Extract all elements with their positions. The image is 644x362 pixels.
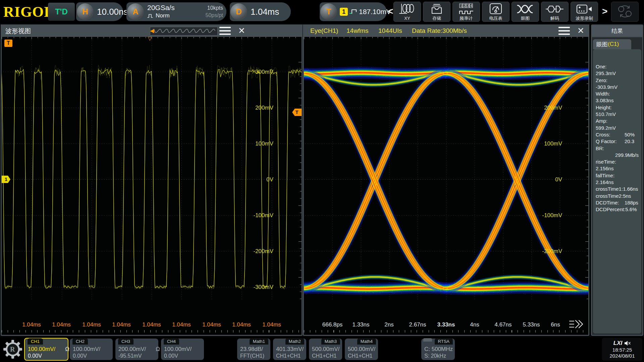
toolbar-button-decode[interactable]: 解码	[541, 2, 569, 22]
eye-vlabel-100: 100mV	[539, 140, 562, 147]
eye-tlabel-2: 1.33ns	[352, 321, 369, 328]
delay-button[interactable]: D 1.04ms	[230, 2, 291, 21]
eye-panel-header: Eye(CH1) 14wfms 1044UIs Data Rate:300Mb/…	[303, 24, 589, 37]
eye-diagram-graticule[interactable]	[304, 37, 588, 314]
results-body: 眼图(C1) One:295.3mV Zero:-303.9mV Width:3…	[592, 37, 642, 335]
wave-tlabel-7: 1.04ms	[202, 321, 221, 328]
acq-mode: Norm	[156, 12, 170, 20]
impedance-symbol: Ω	[65, 346, 69, 353]
eye-diagram-icon	[517, 2, 534, 16]
eye-tlabel-8: 5.33ns	[523, 321, 540, 328]
results-tab-label: 眼图	[596, 41, 608, 48]
wave-tlabel-6: 1.04ms	[172, 321, 191, 328]
rtsa-tab: RTSA	[435, 338, 453, 345]
result-row: Zero:-303.9mV	[596, 77, 641, 91]
eye-tlabel-7: 4.67ns	[494, 321, 512, 328]
timebase-overview-minimap[interactable]: ◀	[150, 27, 218, 36]
toolbar-button-xy[interactable]: XY	[393, 2, 421, 22]
storage-icon	[429, 2, 444, 16]
acquisition-button[interactable]: A 20GSa/s Norm 10kpts 50ps/pt	[126, 2, 226, 21]
rigol-gear-logo[interactable]: R	[3, 340, 22, 359]
trigger-status-button[interactable]: T'D	[48, 3, 75, 21]
result-row: Height:510.7mV	[596, 104, 641, 118]
svg-text:R: R	[10, 346, 15, 353]
system-status-box[interactable]: LXI 18:57:25 2024/08/01	[602, 338, 642, 361]
results-tab-eye[interactable]: 眼图(C1)	[593, 39, 631, 49]
results-tab-channel: (C1)	[608, 41, 619, 48]
eye-title: Eye(CH1)	[310, 27, 338, 35]
waveform-close-button[interactable]: ✕	[238, 26, 245, 35]
result-row: DCDTime:188ps	[596, 199, 641, 206]
svg-text:1: 1	[460, 4, 462, 8]
frequency-counter-icon: 1 2 3 4	[458, 2, 475, 16]
oscilloscope-screen: RIGOL T'D H 10.00ns/ A 20GSa/s Norm 10kp…	[0, 0, 644, 362]
channel-box-ch4[interactable]: CH4 100.00mV/ 0.00V	[161, 339, 204, 360]
waveform-record-icon	[576, 2, 593, 16]
waveform-graticule[interactable]	[2, 37, 302, 314]
wave-vlabel-m200: -200mV	[250, 248, 273, 255]
wave-vlabel-m300: -300mV	[250, 284, 273, 291]
toolbar-button-storage[interactable]: 存储	[423, 2, 450, 22]
ch4-tab: CH4	[164, 338, 179, 345]
wave-vlabel-100: 100mV	[250, 140, 273, 147]
wave-vlabel-300: 300mV	[250, 69, 273, 75]
result-row: BR:299.9Mb/s	[596, 145, 641, 152]
eye-diagram-panel: Eye(CH1) 14wfms 1044UIs Data Rate:300Mb/…	[303, 24, 589, 336]
wave-tlabel-9: 1.04ms	[262, 321, 281, 328]
toolbar-button-counter[interactable]: 1 2 3 4 频率计	[452, 2, 480, 22]
wave-vlabel-0: 0V	[250, 176, 273, 183]
d-knob[interactable]: D	[230, 3, 247, 20]
eye-vlabel-m200: -200mV	[539, 248, 562, 255]
delay-value: 1.04ms	[251, 2, 279, 21]
trigger-position-marker[interactable]: ▽	[148, 36, 152, 42]
trigger-button[interactable]: T 1 187.10mV N	[320, 2, 387, 21]
toolbar-button-upgrade-disabled	[611, 2, 639, 22]
eye-close-button[interactable]: ✕	[577, 26, 584, 35]
channel-box-ch1[interactable]: CH1 100.00mV/ Ω 0.00V	[24, 338, 68, 361]
horizontal-timebase-button[interactable]: H 10.00ns/	[76, 2, 123, 21]
eye-vlabel-200: 200mV	[539, 105, 562, 111]
toolbar-scroll-right[interactable]: >	[602, 6, 607, 17]
bottom-status-bar: R CH1 100.00mV/ Ω 0.00V CH2 100.00mV/ 0.…	[0, 337, 644, 362]
h-knob[interactable]: H	[77, 3, 94, 20]
toolbar-scroll-left[interactable]: <	[388, 6, 393, 17]
speaker-muted-icon[interactable]	[624, 341, 631, 346]
eye-axis-menu-icon[interactable]	[569, 319, 584, 329]
minimap-left-arrow-icon[interactable]: ◀	[150, 27, 154, 34]
waveform-menu-button[interactable]	[219, 27, 231, 35]
ch3-tab: CH3	[118, 338, 133, 345]
rtsa-box[interactable]: RTSA C: 500MHz S: 20kHz	[421, 339, 455, 360]
rigol-logo: RIGOL	[3, 3, 54, 20]
math-box-math1[interactable]: Math1 23.98dB/ FFT(CH1)	[237, 339, 270, 360]
math-box-math4[interactable]: Math4 500.00mV/ CH1+CH1	[345, 339, 378, 360]
math-box-math2[interactable]: Math2 401.33mV/ CH1+CH1	[273, 339, 306, 360]
lxi-logo: LXI	[613, 340, 622, 347]
rising-edge-icon	[349, 8, 357, 15]
rtsa-notch	[423, 338, 432, 342]
toolbar-button-voltmeter[interactable]: 电压表	[482, 2, 509, 22]
eye-time-axis: 666.8ps 1.33ns 2ns 2.67ns 3.33ns 4ns 4.6…	[304, 314, 588, 335]
channel-box-ch2[interactable]: CH2 100.00mV/ 0.00V	[70, 339, 113, 360]
eye-ui-count: 1044UIs	[378, 27, 402, 35]
wave-tlabel-2: 1.04ms	[52, 321, 71, 328]
svg-text:2: 2	[464, 4, 466, 8]
voltmeter-icon	[489, 2, 503, 16]
eye-tlabel-1: 666.8ps	[322, 321, 343, 328]
trigger-source-badge: 1	[340, 8, 348, 16]
t-knob[interactable]: T	[320, 3, 337, 20]
results-sidebar: 结果 眼图(C1) One:295.3mV Zero:-303.9mV Widt…	[591, 24, 643, 336]
impedance-symbol: Ω	[156, 346, 160, 353]
wave-vlabel-200: 200mV	[250, 105, 273, 111]
ch2-tab: CH2	[72, 338, 88, 345]
wave-tlabel-5: 1.04ms	[142, 321, 161, 328]
eye-tlabel-6: 4ns	[470, 321, 479, 328]
toolbar-button-record[interactable]: 波形录制	[571, 2, 598, 22]
eye-tlabel-5: 3.33ns	[437, 321, 455, 328]
toolbar-button-eye[interactable]: 眼图	[512, 2, 539, 22]
channel-box-ch3[interactable]: CH3 200.00mV/ Ω -95.51mV	[115, 339, 158, 360]
a-knob[interactable]: A	[127, 3, 144, 20]
math-box-math3[interactable]: Math3 500.00mV/ CH1+CH1	[309, 339, 342, 360]
eye-menu-button[interactable]	[558, 27, 570, 35]
result-row: crossTime1:1.66ns	[596, 186, 641, 192]
eye-data-rate: Data Rate:300Mb/s	[412, 27, 467, 35]
